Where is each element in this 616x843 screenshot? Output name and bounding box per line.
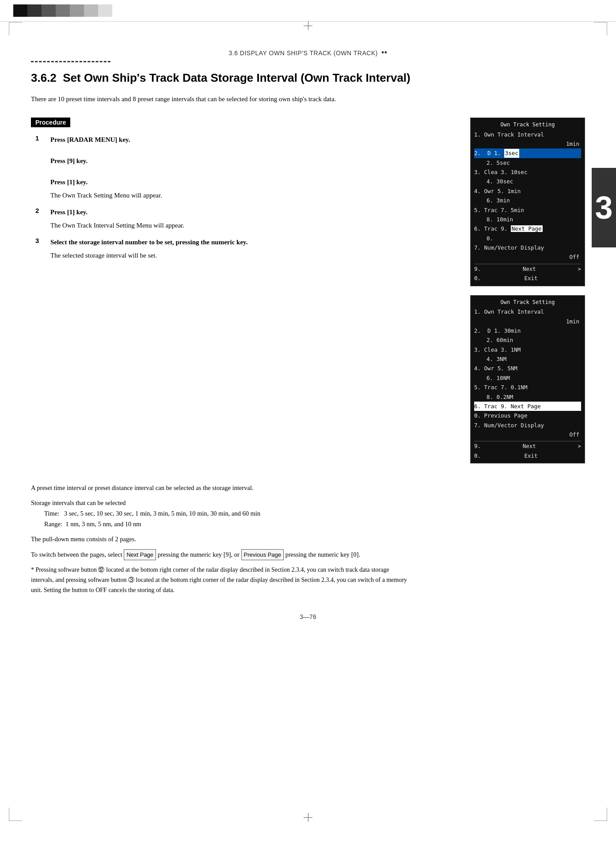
next-page-button[interactable]: Next Page (124, 549, 156, 560)
procedure-label: Procedure (31, 118, 70, 127)
screen1-row-8: 6. 3min (487, 196, 581, 205)
screen2-row-1: 1. Own Track Interval (474, 307, 581, 316)
screen1-row-12: 0. (487, 234, 581, 243)
right-column: Own Track Setting 1. Own Track Interval … (470, 118, 585, 472)
screen2-row-7: 4. Owr 5. 5NM (474, 364, 581, 373)
step3-note: The selected storage interval will be se… (50, 250, 247, 261)
step1-line1: Press [RADAR MENU] key. (50, 136, 130, 143)
screen2-row-6: 4. 3NM (487, 354, 581, 364)
screen1-row-9: 5. Trac 7. 5min (474, 205, 581, 215)
step3-line1: Select the storage interval number to be… (50, 239, 247, 246)
screen1-exit-row: 0. Exit (474, 273, 581, 283)
note-paragraph: * Pressing software button ⑫ located at … (31, 565, 411, 595)
screen1-row-7: 4. Owr 5. 1min (474, 186, 581, 196)
screen2-row-3: 2. D 1. 30min (474, 326, 581, 335)
step1-line3: Press [1] key. (50, 178, 87, 186)
screen1-row-10: 8. 10min (487, 215, 581, 224)
chapter-title: 3.6.2 Set Own Ship's Track Data Storage … (31, 71, 585, 85)
step2-line1: Press [1] key. (50, 209, 87, 216)
page-number: 3—76 (31, 613, 585, 620)
info-storage: Storage intervals that can be selected T… (31, 498, 411, 530)
screen1-row-6: 4. 30sec (487, 177, 581, 186)
screen2-title: Own Track Setting (474, 298, 581, 307)
previous-page-button[interactable]: Previous Page (241, 549, 284, 560)
color-box-5 (70, 4, 84, 17)
color-box-2 (27, 4, 42, 17)
color-box-7 (98, 4, 112, 17)
screen1-row-11: 6. Trac 9. Next Page (474, 224, 581, 233)
info-p3: To switch between the pages, select Next… (31, 549, 411, 560)
step2-note: The Own Track Interval Setting Menu will… (50, 220, 184, 231)
color-box-1 (13, 4, 27, 17)
steps-list: 1 Press [RADAR MENU] key. Press [9] key.… (35, 134, 457, 261)
color-box-3 (42, 4, 56, 17)
screen2-row-11: 6. Trac 9. Next Page (474, 402, 581, 411)
screen2-row-9: 5. Trac 7. 0.1NM (474, 383, 581, 392)
screen1-title: Own Track Setting (474, 121, 581, 129)
main-content: 3.6 DISPLAY OWN SHIP'S TRACK (OWN TRACK)… (0, 22, 616, 647)
screen1-row-14: Off (474, 252, 581, 262)
screen2-row-4: 2. 60min (487, 335, 581, 345)
screen1-row-13: 7. Num/Vector Display (474, 243, 581, 252)
screen2-row-10: 8. 0.2NM (487, 392, 581, 402)
screen1-row-3: 2. D 1. 3sec (474, 148, 581, 158)
left-column: Procedure 1 Press [RADAR MENU] key. Pres… (31, 118, 457, 267)
section-header: 3.6 DISPLAY OWN SHIP'S TRACK (OWN TRACK)… (31, 48, 585, 57)
screen1-row-2: 1min (474, 139, 581, 148)
info-section: A preset time interval or preset distanc… (31, 483, 411, 560)
radar-screen-2: Own Track Setting 1. Own Track Interval … (470, 295, 585, 464)
step-2: 2 Press [1] key. The Own Track Interval … (35, 207, 457, 231)
screen2-row-8: 6. 10NM (487, 373, 581, 383)
color-box-6 (84, 4, 98, 17)
screen2-row-14: Off (474, 430, 581, 439)
step1-note: The Own Track Setting Menu will appear. (50, 190, 162, 201)
screen2-row-2: 1min (474, 317, 581, 326)
screen2-row-12: 0. Previous Page (474, 411, 581, 420)
dashed-divider (31, 61, 110, 62)
screen1-row-1: 1. Own Track Interval (474, 130, 581, 139)
header-bar (0, 0, 616, 22)
screen1-row-5: 3. Clea 3. 10sec (474, 167, 581, 177)
color-boxes (13, 4, 112, 17)
info-p1: A preset time interval or preset distanc… (31, 483, 411, 494)
radar-screen-1: Own Track Setting 1. Own Track Interval … (470, 118, 585, 286)
info-p2: The pull-down menu consists of 2 pages. (31, 534, 411, 545)
screen2-row-13: 7. Num/Vector Display (474, 421, 581, 430)
step-1: 1 Press [RADAR MENU] key. Press [9] key.… (35, 134, 457, 201)
color-box-4 (56, 4, 70, 17)
screen1-row-4: 2. 5sec (487, 158, 581, 167)
crosshair-bottom (304, 813, 312, 822)
step1-line2: Press [9] key. (50, 157, 87, 164)
screen1-next-row: 9. Next > (474, 264, 581, 273)
intro-text: There are 10 preset time intervals and 8… (31, 94, 393, 104)
two-col-layout: Procedure 1 Press [RADAR MENU] key. Pres… (31, 118, 585, 472)
step-3: 3 Select the storage interval number to … (35, 237, 457, 261)
screen2-row-5: 3. Clea 3. 1NM (474, 345, 581, 354)
screen2-exit-row: 0. Exit (474, 451, 581, 460)
screen2-next-row: 9. Next > (474, 441, 581, 451)
